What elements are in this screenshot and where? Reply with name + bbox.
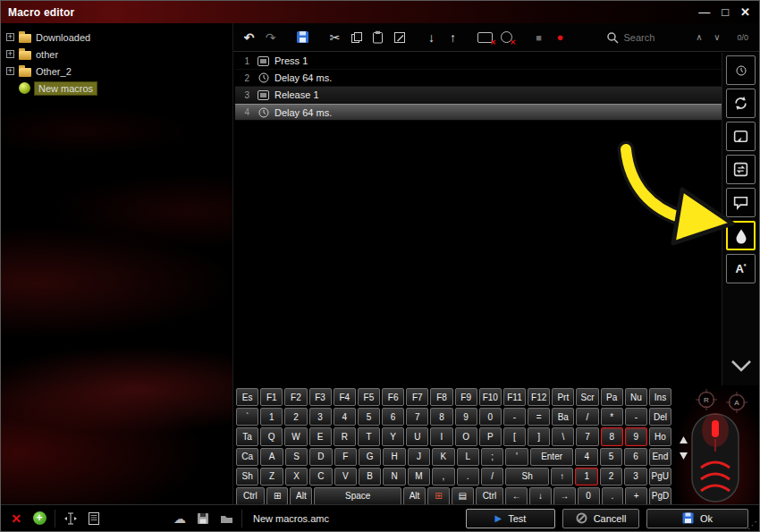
event-row-2[interactable]: 2Delay 64 ms. (235, 70, 723, 87)
key-f7[interactable]: F7 (406, 388, 428, 406)
key-ca[interactable]: Ca (236, 448, 258, 466)
minimize-button[interactable]: — (698, 5, 710, 19)
key-o[interactable]: O (455, 427, 477, 445)
expand-icon[interactable]: + (6, 50, 14, 58)
key-1[interactable]: 1 (260, 408, 283, 426)
search-next-button[interactable]: ∨ (710, 32, 723, 42)
key-f10[interactable]: F10 (479, 388, 502, 406)
key-1[interactable]: 1 (575, 468, 597, 486)
key-t[interactable]: T (358, 427, 380, 445)
key-5[interactable]: 5 (358, 408, 380, 426)
key-w[interactable]: W (284, 427, 307, 445)
key-r6c13[interactable]: . (602, 487, 624, 505)
key-c[interactable]: C (309, 468, 332, 486)
delete-event-button[interactable] (476, 28, 494, 47)
key-ins[interactable]: Ins (649, 388, 671, 406)
key-7[interactable]: 7 (576, 427, 598, 445)
key-r2c13[interactable]: = (528, 408, 550, 426)
key-f12[interactable]: F12 (528, 388, 550, 406)
key-f8[interactable]: F8 (430, 388, 452, 406)
key-pgu[interactable]: PgU (649, 468, 671, 486)
key-v[interactable]: V (334, 468, 357, 486)
event-row-3[interactable]: 3Release 1 (235, 87, 723, 104)
key-nu[interactable]: Nu (625, 388, 647, 406)
key-n[interactable]: N (383, 468, 405, 486)
key-del[interactable]: Del (649, 408, 671, 426)
key-f11[interactable]: F11 (503, 388, 526, 406)
droplet-button[interactable] (726, 221, 756, 250)
key-s[interactable]: S (285, 448, 308, 466)
key-8[interactable]: 8 (430, 408, 452, 426)
key-f6[interactable]: F6 (382, 388, 404, 406)
key-f2[interactable]: F2 (284, 388, 307, 406)
key-9[interactable]: 9 (625, 427, 647, 445)
key-p[interactable]: P (479, 427, 502, 445)
key-z[interactable]: Z (260, 468, 283, 486)
key-r2c12[interactable]: - (503, 408, 526, 426)
key-r6c10[interactable]: ↓ (529, 487, 552, 505)
key-r3c13[interactable]: ] (528, 427, 550, 445)
key-sh[interactable]: Sh (236, 468, 258, 486)
copy-button[interactable] (347, 28, 366, 47)
scroll-down-button[interactable] (730, 359, 753, 376)
key-f[interactable]: F (334, 448, 357, 466)
key-7[interactable]: 7 (406, 408, 428, 426)
key-d[interactable]: D (309, 448, 332, 466)
key-end[interactable]: End (649, 448, 671, 466)
expand-icon[interactable]: + (6, 67, 14, 75)
key-j[interactable]: J (408, 448, 430, 466)
key-g[interactable]: G (359, 448, 381, 466)
loop-button[interactable] (726, 89, 756, 118)
save-file-button[interactable] (195, 511, 211, 527)
key-r6c2[interactable]: ⊞ (266, 487, 289, 505)
key-r4c12[interactable]: ' (505, 448, 528, 466)
key-k[interactable]: K (432, 448, 454, 466)
key-pgd[interactable]: PgD (649, 487, 671, 505)
repeat-block-button[interactable] (726, 155, 756, 184)
key-3[interactable]: 3 (624, 468, 646, 486)
paste-button[interactable] (368, 28, 387, 47)
rename-macro-button[interactable] (63, 511, 79, 527)
test-button[interactable]: ▶ Test (466, 509, 555, 528)
key-r3c14[interactable]: \ (552, 427, 574, 445)
key-r5c11[interactable]: / (481, 468, 503, 486)
key-i[interactable]: I (430, 427, 452, 445)
key-ba[interactable]: Ba (552, 408, 574, 426)
key-enter[interactable]: Enter (530, 448, 574, 466)
key-2[interactable]: 2 (284, 408, 307, 426)
key-r6c14[interactable]: + (625, 487, 647, 505)
key-x[interactable]: X (285, 468, 308, 486)
key-r[interactable]: R (334, 427, 356, 445)
key-m[interactable]: M (408, 468, 430, 486)
key-r5c10[interactable]: . (457, 468, 479, 486)
key-8[interactable]: 8 (601, 427, 623, 445)
key-r2c1[interactable]: ` (236, 408, 258, 426)
key-ta[interactable]: Ta (236, 427, 258, 445)
key-pa[interactable]: Pa (601, 388, 623, 406)
key-r6c9[interactable]: ← (505, 487, 528, 505)
add-macro-button[interactable]: + (31, 511, 47, 527)
save-button[interactable] (293, 28, 312, 47)
key-u[interactable]: U (406, 427, 428, 445)
resize-grip[interactable]: ⋰ (747, 519, 757, 531)
key-r2c15[interactable]: / (576, 408, 598, 426)
cloud-import-button[interactable]: ☁ (172, 511, 188, 527)
key-2[interactable]: 2 (600, 468, 622, 486)
key-r6c11[interactable]: → (553, 487, 576, 505)
key-f9[interactable]: F9 (455, 388, 477, 406)
search-input[interactable] (623, 32, 688, 43)
key-ctrl[interactable]: Ctrl (476, 487, 504, 505)
delete-macro-button[interactable]: ✕ (8, 511, 24, 527)
key-y[interactable]: Y (382, 427, 404, 445)
redo-button[interactable]: ↷ (261, 28, 280, 47)
key-space[interactable]: Space (314, 487, 401, 505)
screen-button[interactable] (726, 122, 756, 151)
key-r2c16[interactable]: * (601, 408, 623, 426)
key-5[interactable]: 5 (600, 448, 622, 466)
key-4[interactable]: 4 (575, 448, 597, 466)
key-b[interactable]: B (359, 468, 381, 486)
comment-button[interactable] (726, 188, 756, 217)
key-3[interactable]: 3 (309, 408, 332, 426)
stop-button[interactable]: ■ (529, 28, 548, 47)
key-r2c17[interactable]: - (625, 408, 647, 426)
